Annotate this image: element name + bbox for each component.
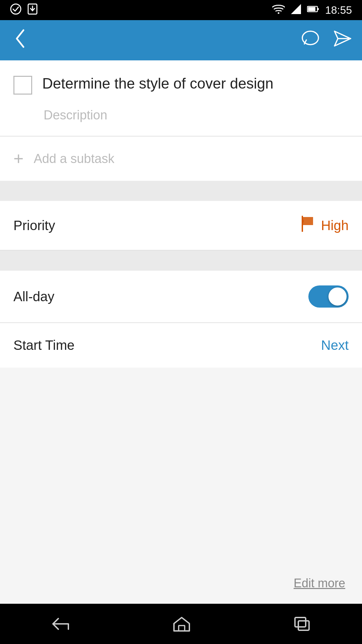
edit-more-link[interactable]: Edit more <box>294 576 345 590</box>
starttime-value: Next <box>321 338 349 353</box>
main-content: Determine the style of cover design Desc… <box>0 60 362 604</box>
svg-point-0 <box>11 4 21 14</box>
back-nav-icon[interactable] <box>52 617 70 631</box>
toggle-thumb <box>328 287 347 306</box>
app-bar <box>0 20 362 60</box>
download-icon <box>27 3 38 17</box>
back-button[interactable] <box>10 25 30 56</box>
status-bar-right: 18:55 <box>272 4 352 16</box>
svg-rect-6 <box>317 8 319 10</box>
priority-row[interactable]: Priority High <box>0 201 362 251</box>
add-subtask-icon[interactable]: + <box>13 150 23 167</box>
app-bar-actions <box>301 29 352 51</box>
starttime-label: Start Time <box>13 338 74 353</box>
gray-separator-1 <box>0 181 362 201</box>
svg-marker-12 <box>174 618 189 631</box>
wifi-icon <box>272 4 285 16</box>
bottom-spacer: Edit more <box>0 368 362 604</box>
priority-value-text: High <box>321 218 349 233</box>
subtask-placeholder[interactable]: Add a subtask <box>34 152 114 166</box>
battery-icon <box>307 5 319 15</box>
priority-label: Priority <box>13 218 55 233</box>
status-bar: 18:55 <box>0 0 362 20</box>
status-time: 18:55 <box>325 4 352 16</box>
status-bar-left <box>10 3 38 17</box>
flag-icon <box>300 216 315 235</box>
svg-point-3 <box>278 12 279 14</box>
nav-bar <box>0 604 362 644</box>
allday-toggle[interactable] <box>308 285 349 308</box>
subtask-section[interactable]: + Add a subtask <box>0 137 362 181</box>
svg-rect-15 <box>298 621 309 630</box>
svg-rect-14 <box>295 618 306 627</box>
priority-value: High <box>300 216 349 235</box>
chat-icon[interactable] <box>301 29 320 51</box>
gray-separator-2 <box>0 251 362 271</box>
recents-nav-icon[interactable] <box>294 616 310 632</box>
description-placeholder[interactable]: Description <box>44 108 107 122</box>
svg-rect-7 <box>308 7 315 11</box>
home-nav-icon[interactable] <box>173 616 190 632</box>
task-title[interactable]: Determine the style of cover design <box>42 74 274 93</box>
starttime-row[interactable]: Start Time Next <box>0 323 362 368</box>
svg-rect-13 <box>179 626 185 631</box>
allday-row[interactable]: All-day <box>0 271 362 323</box>
send-icon[interactable] <box>333 29 352 51</box>
description-section[interactable]: Description <box>0 101 362 136</box>
task-checkbox[interactable] <box>13 76 32 95</box>
svg-marker-4 <box>291 4 301 14</box>
task-title-section: Determine the style of cover design <box>0 60 362 101</box>
signal-icon <box>291 4 301 16</box>
allday-label: All-day <box>13 289 54 304</box>
check-circle-icon <box>10 3 21 17</box>
